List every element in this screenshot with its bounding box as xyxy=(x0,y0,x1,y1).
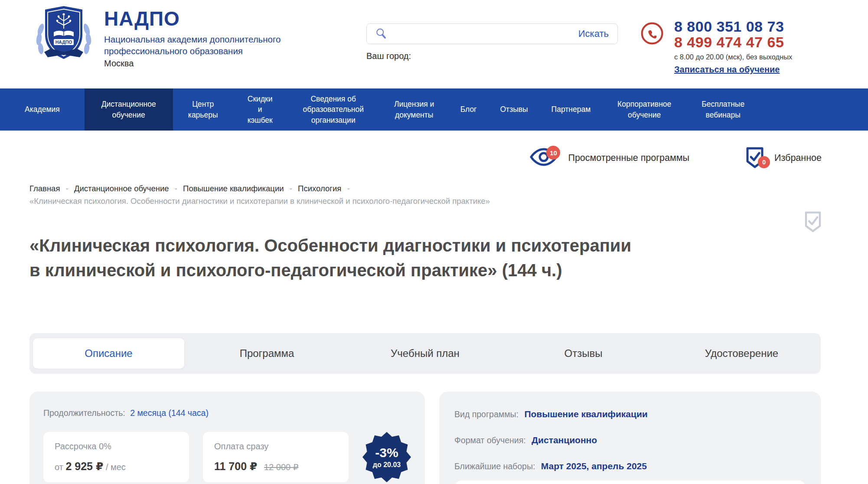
tab-curriculum[interactable]: Учебный план xyxy=(349,338,501,369)
program-type-value: Повышение квалификации xyxy=(524,409,647,419)
nav-item-partners[interactable]: Партнерам xyxy=(540,88,603,131)
search-button[interactable]: Искать xyxy=(578,28,610,39)
course-info-cards: Продолжительность: 2 месяца (144 часа) Р… xyxy=(29,392,821,484)
tab-program[interactable]: Программа xyxy=(191,338,343,369)
brand-city: Москва xyxy=(104,59,308,69)
program-type-row: Вид программы: Повышение квалификации xyxy=(454,409,806,419)
format-value: Дистанционно xyxy=(532,435,597,445)
viewed-programs-label: Просмотренные программы xyxy=(568,153,689,164)
viewed-programs-link[interactable]: 10 Просмотренные программы xyxy=(530,147,689,169)
card-bottom-button[interactable] xyxy=(454,481,806,484)
breadcrumb-distance-learning[interactable]: Дистанционное обучение xyxy=(74,184,169,193)
breadcrumb-separator: - xyxy=(175,184,177,193)
duration-label: Продолжительность: xyxy=(43,408,125,418)
discount-until: до 20.03 xyxy=(373,461,401,469)
full-payment-title: Оплата сразу xyxy=(214,441,337,451)
nav-item-career-center[interactable]: Центр карьеры xyxy=(173,88,233,131)
emblem-text: НАДПО xyxy=(55,39,72,45)
site-header: НАДПО НАДПО Национальная академия дополн… xyxy=(0,0,868,88)
breadcrumb: Главная - Дистанционное обучение - Повыш… xyxy=(29,184,680,206)
installment-title: Рассрочка 0% xyxy=(55,441,178,451)
search-box[interactable]: Искать xyxy=(366,23,618,44)
price-row: Рассрочка 0% от 2 925 ₽ / мес Оплата сра… xyxy=(43,432,411,482)
breadcrumb-current: «Клиническая психология. Особенности диа… xyxy=(29,196,680,206)
format-label: Формат обучения: xyxy=(454,435,526,445)
breadcrumb-separator: - xyxy=(290,184,292,193)
current-price: 11 700 ₽ xyxy=(214,460,257,472)
phone-schedule: с 8.00 до 20.00 (мск), без выходных xyxy=(674,53,792,61)
nav-item-reviews[interactable]: Отзывы xyxy=(489,88,540,131)
enrollment-value: Март 2025, апрель 2025 xyxy=(541,461,647,471)
breadcrumb-separator: - xyxy=(347,184,349,193)
full-payment-card[interactable]: Оплата сразу 11 700 ₽ 12 000 ₽ xyxy=(203,432,349,482)
enrollment-label: Ближайшие наборы: xyxy=(454,461,535,471)
enrollment-row: Ближайшие наборы: Март 2025, апрель 2025 xyxy=(454,461,806,471)
installment-card[interactable]: Рассрочка 0% от 2 925 ₽ / мес xyxy=(43,432,189,482)
course-tabs: Описание Программа Учебный план Отзывы У… xyxy=(29,333,821,374)
favorites-shield-icon: 0 xyxy=(746,147,767,169)
nav-item-license[interactable]: Лицензия и документы xyxy=(380,88,449,131)
nav-item-blog[interactable]: Блог xyxy=(449,88,489,131)
viewed-count-badge: 10 xyxy=(546,146,560,160)
phone-primary[interactable]: 8 800 351 08 73 xyxy=(674,19,792,35)
nadpo-logo[interactable]: НАДПО xyxy=(31,3,96,69)
search-area: Искать Ваш город: xyxy=(366,23,618,61)
discount-badge: -3% до 20.03 xyxy=(362,432,411,482)
quicklinks-row: 10 Просмотренные программы 0 Избранное xyxy=(530,147,822,169)
tab-certificate[interactable]: Удостоверение xyxy=(666,338,817,369)
breadcrumb-psychology[interactable]: Психология xyxy=(298,184,341,193)
installment-amount: 2 925 ₽ xyxy=(65,460,103,472)
nav-item-discounts[interactable]: Скидки и кэшбек xyxy=(233,88,287,131)
enroll-link[interactable]: Записаться на обучение xyxy=(674,65,780,75)
duration-row: Продолжительность: 2 месяца (144 часа) xyxy=(43,408,411,418)
page-title: «Клиническая психология. Особенности диа… xyxy=(29,233,645,283)
bookmark-shield-icon[interactable] xyxy=(803,211,823,233)
brand-name[interactable]: НАДПО xyxy=(104,7,308,30)
pricing-card: Продолжительность: 2 месяца (144 часа) Р… xyxy=(29,392,425,484)
your-city-label[interactable]: Ваш город: xyxy=(366,51,618,61)
format-row: Формат обучения: Дистанционно xyxy=(454,435,806,445)
breadcrumb-home[interactable]: Главная xyxy=(29,184,60,193)
tab-reviews[interactable]: Отзывы xyxy=(508,338,659,369)
main-nav: Академия Дистанционное обучение Центр ка… xyxy=(0,88,868,131)
nav-item-webinars[interactable]: Бесплатные вебинары xyxy=(686,88,760,131)
full-payment-price: 11 700 ₽ 12 000 ₽ xyxy=(214,460,337,473)
favorites-link[interactable]: 0 Избранное xyxy=(746,147,822,169)
search-icon xyxy=(375,27,388,40)
phone-block: 8 800 351 08 73 8 499 474 47 65 с 8.00 д… xyxy=(640,19,792,75)
program-details-card: Вид программы: Повышение квалификации Фо… xyxy=(439,392,821,484)
search-input[interactable] xyxy=(388,29,578,39)
nav-item-distance-learning[interactable]: Дистанционное обучение xyxy=(85,88,173,131)
nav-item-org-info[interactable]: Сведения об образовательной организации xyxy=(287,88,380,131)
eye-icon: 10 xyxy=(530,147,560,169)
nav-item-corporate[interactable]: Корпоративное обучение xyxy=(602,88,686,131)
breadcrumb-separator: - xyxy=(66,184,69,193)
nav-item-academy[interactable]: Академия xyxy=(0,88,85,131)
phone-secondary[interactable]: 8 499 474 47 65 xyxy=(674,35,792,50)
tab-description[interactable]: Описание xyxy=(33,338,184,369)
discount-value: -3% xyxy=(375,445,398,460)
phone-icon xyxy=(640,22,664,45)
duration-value: 2 месяца (144 часа) xyxy=(130,408,209,418)
brand-subtitle: Национальная академия дополнительного пр… xyxy=(104,34,308,57)
phone-numbers: 8 800 351 08 73 8 499 474 47 65 с 8.00 д… xyxy=(674,19,792,75)
nadpo-emblem-icon: НАДПО xyxy=(31,3,96,69)
favorites-count-badge: 0 xyxy=(758,156,770,168)
breadcrumb-qualification[interactable]: Повышение квалификации xyxy=(183,184,284,193)
brand-block: НАДПО Национальная академия дополнительн… xyxy=(104,7,308,69)
program-type-label: Вид программы: xyxy=(454,409,519,419)
old-price: 12 000 ₽ xyxy=(264,462,298,472)
installment-price: от 2 925 ₽ / мес xyxy=(55,460,178,473)
favorites-label: Избранное xyxy=(774,153,822,164)
